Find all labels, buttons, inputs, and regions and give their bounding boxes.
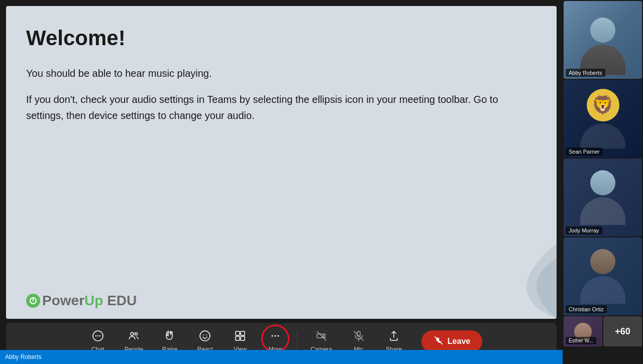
svg-rect-11 xyxy=(236,331,240,335)
right-sidebar: Abby Roberts 🦁 Sean Parner Jody Murray C… xyxy=(563,0,643,364)
esther-name-tag: Esther W... xyxy=(566,337,596,344)
svg-point-5 xyxy=(99,335,100,336)
chat-icon xyxy=(92,330,104,344)
abby-camera-feed xyxy=(564,1,642,79)
abby-head xyxy=(590,18,615,43)
status-bar: Abby Roberts xyxy=(0,350,563,364)
jody-head xyxy=(590,170,615,195)
people-icon xyxy=(128,330,140,344)
sean-camera-feed: 🦁 xyxy=(564,80,642,158)
bottom-row: Esther W... +60 xyxy=(564,316,642,363)
leave-phone-icon xyxy=(434,335,444,347)
svg-point-15 xyxy=(272,335,273,337)
status-bar-name: Abby Roberts xyxy=(5,353,42,360)
svg-point-16 xyxy=(275,335,276,337)
jody-name-tag: Jody Murray xyxy=(566,226,602,234)
leave-button[interactable]: Leave xyxy=(421,330,482,352)
christian-name-tag: Christian Ortiz xyxy=(566,305,607,313)
powerup-icon xyxy=(26,294,40,308)
logo-power: Power xyxy=(42,293,84,308)
svg-point-10 xyxy=(206,334,207,335)
slide-paragraph-1: You should be able to hear music playing… xyxy=(26,65,537,81)
svg-rect-13 xyxy=(236,336,240,340)
sean-body xyxy=(580,124,625,149)
abby-name-tag: Abby Roberts xyxy=(566,69,605,77)
svg-line-23 xyxy=(435,337,442,344)
jody-camera-feed xyxy=(564,159,642,236)
presentation-area: Welcome! You should be able to hear musi… xyxy=(6,6,557,319)
svg-point-3 xyxy=(95,335,96,336)
leave-label: Leave xyxy=(448,337,470,346)
christian-body xyxy=(580,276,625,304)
svg-point-17 xyxy=(278,335,279,337)
christian-head xyxy=(590,249,615,274)
participant-tile-sean: 🦁 Sean Parner xyxy=(564,80,642,158)
jody-body xyxy=(580,197,625,225)
toolbar-separator xyxy=(297,331,297,351)
slide-body: You should be able to hear music playing… xyxy=(26,65,537,124)
curve-decoration xyxy=(456,244,557,319)
svg-rect-12 xyxy=(241,331,245,335)
slide-title: Welcome! xyxy=(26,26,537,50)
christian-camera-feed xyxy=(564,237,642,315)
participant-tile-jody: Jody Murray xyxy=(564,159,642,236)
more-icon xyxy=(269,330,281,344)
logo-text: PowerUp EDU xyxy=(42,293,137,309)
logo-up: Up xyxy=(84,293,103,308)
participant-tile-esther: Esther W... xyxy=(564,316,602,346)
svg-point-7 xyxy=(135,333,138,335)
sean-avatar: 🦁 xyxy=(587,89,619,122)
participant-tile-abby: Abby Roberts xyxy=(564,1,642,79)
slide-paragraph-2: If you don't, check your audio settings … xyxy=(26,91,537,124)
powerup-logo: PowerUp EDU xyxy=(26,293,137,309)
camera-icon xyxy=(315,330,328,344)
participant-tile-christian: Christian Ortiz xyxy=(564,237,642,315)
raise-icon xyxy=(164,330,176,344)
plus-count-label: +60 xyxy=(603,316,642,346)
plus-count-tile: +60 xyxy=(603,316,642,346)
sean-name-tag: Sean Parner xyxy=(566,148,603,156)
svg-rect-14 xyxy=(241,336,245,340)
svg-point-6 xyxy=(131,332,134,335)
mic-icon xyxy=(353,330,365,344)
main-area: Welcome! You should be able to hear musi… xyxy=(0,0,563,364)
view-icon xyxy=(234,330,246,344)
react-icon xyxy=(199,330,211,344)
share-icon xyxy=(388,330,400,344)
svg-point-4 xyxy=(97,335,98,336)
svg-point-9 xyxy=(203,334,204,335)
svg-point-8 xyxy=(200,331,210,341)
logo-edu: EDU xyxy=(103,293,137,308)
